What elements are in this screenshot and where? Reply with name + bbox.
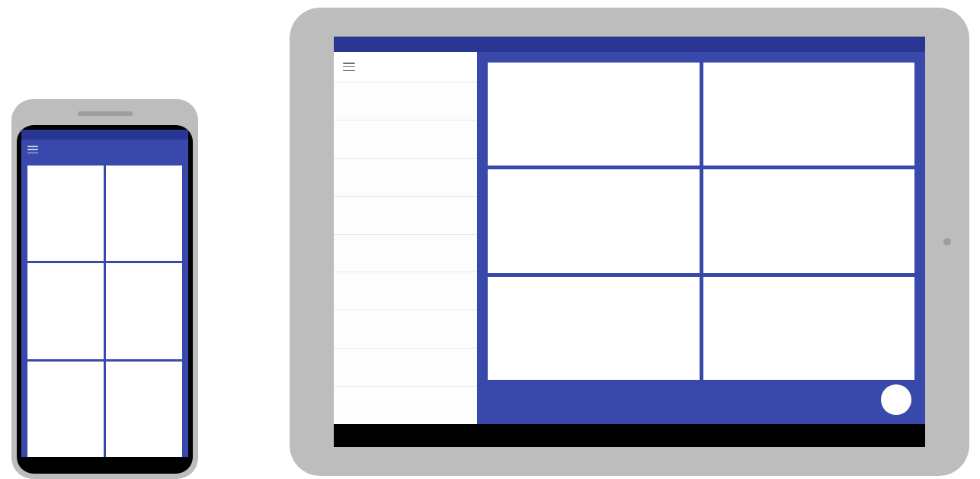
grid-cell[interactable] [488, 277, 700, 380]
phone-content-grid [27, 166, 182, 457]
phone-speaker [78, 111, 133, 116]
phone-inner-bezel [17, 125, 193, 474]
tablet-side-pane [334, 52, 477, 424]
hamburger-icon[interactable] [27, 146, 38, 153]
list-item[interactable] [334, 272, 477, 310]
list-item[interactable] [334, 159, 477, 197]
fab-button[interactable] [881, 384, 911, 415]
grid-cell[interactable] [106, 362, 182, 457]
list-item[interactable] [334, 121, 477, 159]
list-item[interactable] [334, 310, 477, 349]
grid-cell[interactable] [106, 166, 182, 261]
tablet-screen [334, 37, 925, 424]
grid-cell[interactable] [27, 263, 104, 358]
tablet-status-bar [334, 37, 925, 52]
tablet-body [334, 52, 925, 424]
phone-app-bar [21, 140, 188, 159]
phone-status-bar [21, 130, 188, 140]
list-item[interactable] [334, 349, 477, 387]
hamburger-icon[interactable] [343, 63, 355, 71]
grid-cell[interactable] [488, 63, 700, 166]
grid-cell[interactable] [703, 169, 915, 272]
list-item[interactable] [334, 197, 477, 235]
tablet-side-app-bar [334, 52, 477, 82]
tablet-device-frame [290, 8, 969, 476]
tablet-content-grid [488, 63, 914, 380]
tablet-camera [943, 238, 951, 246]
grid-cell[interactable] [27, 166, 104, 261]
grid-cell[interactable] [703, 277, 915, 380]
grid-cell[interactable] [106, 263, 182, 358]
list-item[interactable] [334, 82, 477, 121]
list-item[interactable] [334, 387, 477, 424]
tablet-content-pane [477, 52, 925, 424]
grid-cell[interactable] [27, 362, 104, 457]
grid-cell[interactable] [703, 63, 915, 166]
phone-device-frame [11, 99, 198, 479]
tablet-bezel [334, 37, 925, 447]
phone-screen [21, 130, 188, 457]
list-item[interactable] [334, 235, 477, 273]
grid-cell[interactable] [488, 169, 700, 272]
